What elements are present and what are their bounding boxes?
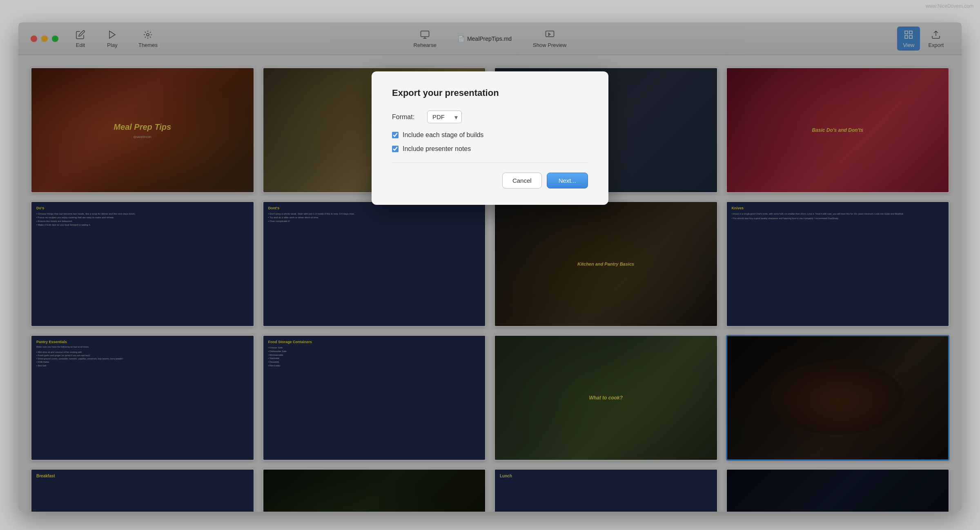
next-button[interactable]: Next... xyxy=(547,173,588,188)
checkbox-notes-row: Include presenter notes xyxy=(392,145,588,153)
format-row: Format: PDF PPTX HTML PNG JPEG xyxy=(392,111,588,123)
modal-overlay: Export your presentation Format: PDF PPT… xyxy=(18,22,962,512)
include-builds-label: Include each stage of builds xyxy=(403,131,483,139)
modal-buttons: Cancel Next... xyxy=(392,173,588,188)
checkbox-builds-row: Include each stage of builds xyxy=(392,131,588,139)
export-modal: Export your presentation Format: PDF PPT… xyxy=(372,71,608,205)
modal-title: Export your presentation xyxy=(392,88,588,98)
include-notes-checkbox[interactable] xyxy=(392,146,399,152)
include-builds-checkbox[interactable] xyxy=(392,132,399,138)
format-select[interactable]: PDF PPTX HTML PNG JPEG xyxy=(427,111,462,123)
format-label: Format: xyxy=(392,113,421,121)
format-select-wrapper[interactable]: PDF PPTX HTML PNG JPEG xyxy=(427,111,462,123)
modal-divider xyxy=(392,162,588,163)
cancel-button[interactable]: Cancel xyxy=(502,173,542,188)
app-window: Edit Play Themes Rehearse xyxy=(18,22,962,512)
include-notes-label: Include presenter notes xyxy=(403,145,471,153)
